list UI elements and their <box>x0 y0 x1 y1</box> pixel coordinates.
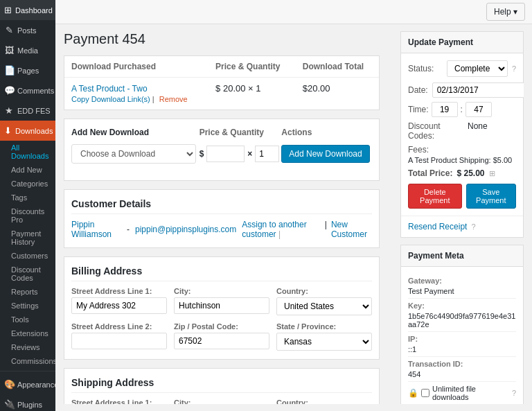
page-title: Payment 454 <box>64 31 380 47</box>
center-content: Payment 454 Download Purchased Price & Q… <box>64 31 385 404</box>
sidebar-sub-add-new[interactable]: Add New <box>0 163 55 177</box>
customer-row: Pippin Williamson - pippin@pippinsplugin… <box>71 220 372 239</box>
unlimited-row: 🔒 Unlimited file downloads ? <box>408 382 516 404</box>
sidebar-item-posts[interactable]: ✎ Posts <box>0 20 55 40</box>
shipping-address-grid: Street Address Line 1: City: Country: Un… <box>71 399 372 404</box>
transaction-value: 454 <box>408 370 516 378</box>
add-download-title: Add New Download <box>71 128 200 141</box>
assign-customer-link[interactable]: Assign to another customer <box>242 220 321 239</box>
price-dollar: $ <box>200 149 204 159</box>
product-link[interactable]: A Test Product - Two <box>71 84 148 94</box>
sidebar-sub-payment-history[interactable]: Payment History <box>0 227 55 249</box>
billing-zip-field: Zip / Postal Code: <box>174 322 269 351</box>
new-customer-link[interactable]: New Customer <box>331 220 372 239</box>
media-icon: 🖼 <box>4 45 14 55</box>
sidebar-item-edd-fes[interactable]: ★ EDD FES <box>0 100 55 121</box>
sidebar-sub-discounts-pro[interactable]: Discounts Pro <box>0 204 55 227</box>
help-button[interactable]: Help ▾ <box>486 3 525 21</box>
copy-download-link[interactable]: Copy Download Link(s) <box>71 95 150 103</box>
billing-address-grid: Street Address Line 1: City: Country: Un… <box>71 287 372 351</box>
billing-street1-label: Street Address Line 1: <box>71 287 167 295</box>
customer-section-title: Customer Details <box>71 198 372 214</box>
discount-label: Discount Codes: <box>408 121 463 141</box>
save-payment-button[interactable]: Save Payment <box>466 184 516 209</box>
resend-help-icon[interactable]: ? <box>471 222 475 231</box>
add-download-button[interactable]: Add New Download <box>281 145 369 163</box>
ip-label: IP: <box>408 335 516 343</box>
remove-link[interactable]: Remove <box>159 95 188 103</box>
status-select[interactable]: Complete <box>447 60 508 77</box>
sidebar-sub-tools[interactable]: Tools <box>0 313 55 326</box>
billing-street2-field: Street Address Line 2: <box>71 322 167 351</box>
sidebar-item-label: Posts <box>17 26 37 35</box>
sidebar-sub-reports[interactable]: Reports <box>0 285 55 299</box>
pages-icon: 📄 <box>4 65 14 76</box>
billing-country-label: Country: <box>276 287 372 295</box>
delete-payment-button[interactable]: Delete Payment <box>408 184 462 209</box>
billing-street1-input[interactable] <box>71 297 167 314</box>
downloads-purchased-section: Download Purchased Price & Quantity Down… <box>64 55 380 110</box>
status-help-icon[interactable]: ? <box>512 64 516 73</box>
sidebar-item-appearance[interactable]: 🎨 Appearance <box>0 374 55 394</box>
sidebar-item-label: Pages <box>17 67 39 75</box>
resend-receipt-row: Resend Receipt ? <box>401 216 523 237</box>
sidebar-sub-settings[interactable]: Settings <box>0 299 55 313</box>
billing-street2-label: Street Address Line 2: <box>71 322 167 331</box>
payment-meta-body: Gateway: Test Payment Key: 1b5e76c4490d9… <box>401 267 523 404</box>
billing-city-input[interactable] <box>174 297 269 314</box>
sidebar-sub-discount-codes[interactable]: Discount Codes <box>0 263 55 285</box>
customer-name-link[interactable]: Pippin Williamson <box>71 220 121 239</box>
key-value: 1b5e76c4490d9fa977619e4e31aa72e <box>408 312 516 329</box>
sidebar-sub-extensions[interactable]: Extensions <box>0 326 55 340</box>
add-actions-header: Actions <box>281 128 372 141</box>
sidebar-item-downloads[interactable]: ⬇ Downloads <box>0 121 55 141</box>
sidebar-item-pages[interactable]: 📄 Pages <box>0 60 55 80</box>
sidebar-item-media[interactable]: 🖼 Media <box>0 40 55 60</box>
fees-label: Fees: <box>408 145 516 155</box>
shipping-street1-label: Street Address Line 1: <box>71 399 167 404</box>
total-row: Total Price: $ 25.00 ⊞ <box>408 168 516 178</box>
add-download-section: Add New Download Price & Quantity Action… <box>64 119 380 181</box>
billing-state-select[interactable]: Kansas <box>276 333 372 351</box>
sidebar: ⊞ Dashboard ✎ Posts 🖼 Media 📄 Pages 💬 Co… <box>0 0 55 411</box>
sidebar-item-comments[interactable]: 💬 Comments <box>0 80 55 100</box>
billing-city-field: City: <box>174 287 269 315</box>
shipping-country-label: Country: <box>276 399 372 404</box>
shipping-address-section: Shipping Address Street Address Line 1: … <box>64 368 380 404</box>
customer-email-link[interactable]: pippin@pippinsplugins.com <box>135 225 236 234</box>
sidebar-sub-customers[interactable]: Customers <box>0 249 55 263</box>
sidebar-item-label: Dashboard <box>15 6 53 15</box>
download-total: $20.00 <box>296 78 379 110</box>
status-label: Status: <box>408 64 443 73</box>
sidebar-sub-all-downloads[interactable]: All Downloads <box>0 141 55 163</box>
total-info-icon[interactable]: ⊞ <box>489 169 495 178</box>
billing-country-select[interactable]: United States <box>276 297 372 315</box>
time-minute-input[interactable] <box>466 102 492 117</box>
appearance-icon: 🎨 <box>4 379 14 390</box>
time-hour-input[interactable] <box>432 102 458 117</box>
billing-zip-input[interactable] <box>174 333 269 349</box>
date-input[interactable] <box>432 82 524 98</box>
shipping-city-label: City: <box>174 399 269 404</box>
sidebar-sub-commissions[interactable]: Commissions <box>0 354 55 368</box>
sidebar-sub-categories[interactable]: Categories <box>0 177 55 191</box>
sidebar-item-label: Plugins <box>17 401 42 409</box>
comments-icon: 💬 <box>4 85 14 96</box>
billing-street2-input[interactable] <box>71 333 167 349</box>
choose-download-select[interactable]: Choose a Download <box>71 144 196 164</box>
billing-section-title: Billing Address <box>71 265 372 281</box>
qty-display: 1 <box>256 83 260 94</box>
sidebar-sub-tags[interactable]: Tags <box>0 191 55 204</box>
resend-receipt-link[interactable]: Resend Receipt <box>408 222 467 231</box>
add-qty-input[interactable] <box>255 146 279 162</box>
add-price-input[interactable] <box>206 146 245 162</box>
customer-details-section: Customer Details Pippin Williamson - pip… <box>64 189 380 248</box>
time-colon: : <box>461 105 463 114</box>
time-label: Time: <box>408 105 429 114</box>
unlimited-help-icon[interactable]: ? <box>512 389 516 397</box>
sidebar-item-plugins[interactable]: 🔌 Plugins <box>0 394 55 411</box>
sidebar-sub-reviews[interactable]: Reviews <box>0 340 55 354</box>
sidebar-item-dashboard[interactable]: ⊞ Dashboard <box>0 0 55 20</box>
unlimited-checkbox[interactable] <box>421 389 429 397</box>
plugins-icon: 🔌 <box>4 399 14 410</box>
